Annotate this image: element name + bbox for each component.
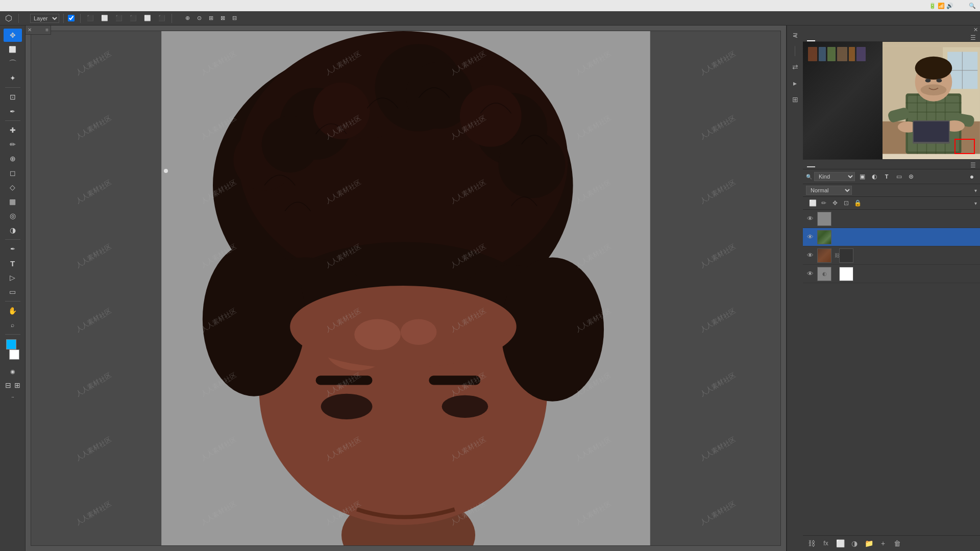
canvas-content: // Generate watermark cells const wConta… — [31, 31, 780, 545]
opacity-control[interactable]: ▾ — [973, 188, 977, 193]
colorfill-mask-thumbnail — [839, 267, 853, 281]
clone-tool[interactable]: ⊕ — [4, 152, 22, 165]
brush-tool[interactable]: ✏ — [4, 138, 22, 151]
layers-tab[interactable] — [807, 163, 815, 167]
blur-tool[interactable]: ◎ — [4, 209, 22, 222]
crop-tool[interactable]: ⊡ — [4, 90, 22, 104]
tool-sep-4 — [5, 301, 20, 302]
layers-panel-menu[interactable]: ☰ — [970, 162, 976, 169]
layer-0-visibility[interactable]: 👁 — [806, 252, 814, 259]
show-transform-checkbox[interactable] — [68, 15, 75, 21]
filter-toggle[interactable]: ● — [967, 171, 977, 182]
screen-mode-btn[interactable]: ⊟ — [4, 381, 12, 389]
lasso-tool[interactable]: ⌒ — [4, 57, 22, 70]
layer-fx-btn[interactable]: fx — [820, 538, 831, 549]
close-panel-icon[interactable]: ✕ — [28, 27, 32, 33]
collapse-panel-icon[interactable]: ≡ — [45, 27, 48, 33]
fullscreen-btn[interactable]: ⊞ — [13, 381, 21, 389]
navigator-section: ✕ ☰ — [803, 26, 980, 160]
panel-collapse-icon[interactable]: ▸ — [789, 77, 802, 90]
colorfill-icon: ◐ — [817, 267, 831, 281]
more-tools-btn[interactable]: ··· — [4, 390, 22, 404]
quick-mask-btn[interactable]: ◉ — [4, 365, 22, 378]
shape-tool[interactable]: ▭ — [4, 285, 22, 298]
history-brush-tool[interactable]: ◻ — [4, 166, 22, 180]
lock-paint-icon[interactable]: ✏ — [819, 198, 828, 208]
layer-item-1[interactable]: 👁 — [803, 210, 980, 228]
3d-pan-btn[interactable]: ⊞ — [207, 14, 215, 22]
ai-panel-icon[interactable]: AI — [789, 29, 802, 42]
eyedropper-tool[interactable]: ✒ — [4, 105, 22, 118]
select-rect-tool[interactable]: ⬜ — [4, 43, 22, 56]
search-icon[interactable]: 🔍 — [969, 3, 976, 9]
svg-point-13 — [498, 132, 565, 198]
layer-item-colorfill[interactable]: 👁 ◐ — [803, 265, 980, 283]
filter-kind-select[interactable]: Kind Name Effect Mode Attribute — [814, 172, 855, 181]
3d-roll-btn[interactable]: ⊙ — [195, 14, 204, 22]
blend-mode-select[interactable]: Normal Dissolve Multiply Screen Overlay — [806, 186, 852, 195]
background-color-swatch[interactable] — [9, 349, 19, 360]
lock-transparent-icon[interactable]: ⬜ — [808, 198, 817, 208]
heal-tool[interactable]: ✚ — [4, 123, 22, 137]
path-select-tool[interactable]: ▷ — [4, 271, 22, 284]
align-right-btn[interactable]: ⬛ — [113, 14, 125, 22]
3d-scale-btn[interactable]: ⊟ — [230, 14, 239, 22]
filter-shape-icon[interactable]: ▭ — [894, 171, 904, 182]
layer-item-0[interactable]: 👁 ⛓ — [803, 246, 980, 265]
pen-tool[interactable]: ✒ — [4, 242, 22, 256]
right-panel-inner: AI ⇄ ▸ ⊞ ✕ ☰ — [787, 26, 980, 551]
align-top-btn[interactable]: ⬛ — [128, 14, 139, 22]
layer-2-visibility[interactable]: 👁 — [806, 233, 814, 241]
layer-1-thumbnail — [817, 212, 831, 226]
layer-adjustment-btn[interactable]: ◑ — [849, 538, 860, 549]
layer-mask-btn[interactable]: ⬜ — [835, 538, 846, 549]
navigator-close-icon[interactable]: ✕ — [973, 27, 978, 33]
3d-slide-btn[interactable]: ⊠ — [218, 14, 227, 22]
align-center-btn[interactable]: ⬜ — [99, 14, 110, 22]
gradient-tool[interactable]: ▦ — [4, 195, 22, 208]
colorfill-visibility[interactable]: 👁 — [806, 270, 814, 278]
layers-filter-toolbar: 🔍 Kind Name Effect Mode Attribute ▣ ◐ T … — [803, 169, 980, 184]
dodge-tool[interactable]: ◑ — [4, 223, 22, 237]
navigator-tab[interactable] — [807, 34, 815, 41]
filter-pixel-icon[interactable]: ▣ — [857, 171, 867, 182]
zoom-tool[interactable]: ⌕ — [4, 318, 22, 332]
layer-group-btn[interactable]: 📁 — [863, 538, 874, 549]
canvas-panel[interactable]: // Generate watermark cells const wConta… — [31, 31, 781, 546]
filter-smart-icon[interactable]: ⊛ — [906, 171, 916, 182]
lock-artboard-icon[interactable]: ⊡ — [842, 198, 851, 208]
nav-panel-menu[interactable]: ☰ — [970, 34, 976, 41]
align-middle-btn[interactable]: ⬜ — [142, 14, 153, 22]
magic-wand-tool[interactable]: ✦ — [4, 71, 22, 85]
align-bottom-btn[interactable]: ⬛ — [156, 14, 167, 22]
layer-1-visibility[interactable]: 👁 — [806, 215, 814, 222]
move-tool[interactable]: ✥ — [4, 29, 22, 42]
3d-tab[interactable] — [827, 164, 836, 167]
autoselect-dropdown[interactable]: Layer Group — [30, 14, 59, 23]
layer-link-icon: ⛓ — [835, 251, 838, 261]
panel-expand-icon[interactable]: ⊞ — [789, 93, 802, 106]
filter-type-icon[interactable]: T — [881, 171, 892, 182]
opacity-chevron[interactable]: ▾ — [974, 188, 977, 193]
new-layer-btn[interactable]: + — [877, 538, 889, 549]
eraser-tool[interactable]: ◇ — [4, 181, 22, 194]
hand-tool[interactable]: ✋ — [4, 304, 22, 317]
layer-item-2[interactable]: 👁 — [803, 228, 980, 246]
fill-chevron[interactable]: ▾ — [974, 201, 977, 206]
color-tab[interactable] — [817, 34, 825, 41]
filter-adj-icon[interactable]: ◐ — [869, 171, 879, 182]
align-left-btn[interactable]: ⬛ — [85, 14, 96, 22]
delete-layer-btn[interactable]: 🗑 — [892, 538, 903, 549]
channels-tab[interactable] — [817, 164, 825, 167]
text-tool[interactable]: T — [4, 257, 22, 270]
arrange-icon[interactable]: ⇄ — [789, 60, 802, 73]
fill-control[interactable]: ▾ — [973, 201, 977, 206]
lock-all-icon[interactable]: 🔒 — [853, 198, 862, 208]
color-swatches[interactable] — [4, 339, 22, 360]
3d-orbit-btn[interactable]: ⊕ — [183, 14, 192, 22]
layer-link-btn[interactable]: ⛓ — [806, 538, 817, 549]
navigator-panel-header: ✕ — [803, 26, 980, 34]
lock-position-icon[interactable]: ✥ — [830, 198, 840, 208]
canvas-area[interactable]: ✕ ≡ — [26, 26, 786, 551]
foreground-color-swatch[interactable] — [6, 339, 16, 349]
